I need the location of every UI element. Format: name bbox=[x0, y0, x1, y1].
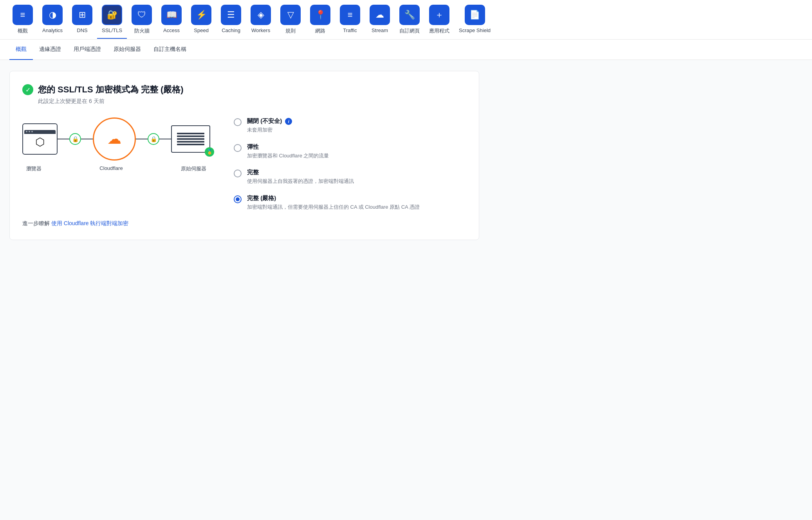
server-line-5 bbox=[177, 144, 204, 145]
radio-flexible[interactable] bbox=[234, 144, 242, 152]
options-list: 關閉 (不安全)i未套用加密彈性加密瀏覽器和 Cloudflare 之間的流量完… bbox=[234, 117, 466, 211]
option-title-text-off: 關閉 (不安全) bbox=[247, 117, 282, 125]
nav-label-overview: 概觀 bbox=[18, 27, 28, 34]
option-title-text-full-strict: 完整 (嚴格) bbox=[247, 195, 276, 202]
nav-item-custom-page[interactable]: 🔧自訂網頁 bbox=[395, 5, 424, 39]
sub-nav-item-origin-server[interactable]: 原始伺服器 bbox=[107, 40, 147, 60]
nav-item-workers[interactable]: ◈Workers bbox=[246, 5, 276, 38]
nav-label-analytics: Analytics bbox=[42, 27, 63, 33]
nav-item-caching[interactable]: ☰Caching bbox=[216, 5, 246, 38]
lock-icon-2: 🔒 bbox=[148, 133, 159, 145]
nav-label-workers: Workers bbox=[251, 27, 270, 33]
main-content: ✓ 您的 SSL/TLS 加密模式為 完整 (嚴格) 此設定上次變更是在 6 天… bbox=[0, 60, 812, 520]
option-title-full-strict: 完整 (嚴格) bbox=[247, 195, 466, 202]
browser-label: 瀏覽器 bbox=[26, 165, 42, 172]
option-flexible[interactable]: 彈性加密瀏覽器和 Cloudflare 之間的流量 bbox=[234, 143, 466, 160]
nav-item-analytics[interactable]: ◑Analytics bbox=[38, 5, 67, 38]
server-lines bbox=[177, 133, 204, 145]
nav-icon-firewall: 🛡 bbox=[132, 5, 152, 25]
option-title-text-flexible: 彈性 bbox=[247, 143, 259, 151]
nav-item-access[interactable]: 📖Access bbox=[157, 5, 186, 38]
sub-nav-item-overview[interactable]: 概觀 bbox=[9, 40, 33, 60]
nav-icon-scrape-shield: 📄 bbox=[465, 5, 485, 25]
nav-label-network: 網路 bbox=[315, 27, 325, 34]
card-header: ✓ 您的 SSL/TLS 加密模式為 完整 (嚴格) bbox=[22, 84, 466, 96]
nav-icon-rules: ▽ bbox=[280, 5, 301, 25]
nav-item-network[interactable]: 📍網路 bbox=[305, 5, 335, 39]
option-text-full-strict: 完整 (嚴格)加密端對端通訊，但需要使用伺服器上信任的 CA 或 Cloudfl… bbox=[247, 195, 466, 211]
nav-item-rules[interactable]: ▽規則 bbox=[276, 5, 305, 39]
card-title: 您的 SSL/TLS 加密模式為 完整 (嚴格) bbox=[38, 84, 184, 96]
nav-icon-analytics: ◑ bbox=[42, 5, 63, 25]
sub-nav-item-client-certs[interactable]: 用戶端憑證 bbox=[67, 40, 107, 60]
line1 bbox=[58, 139, 69, 139]
top-navigation: ≡概觀◑Analytics⊞DNS🔐SSL/TLS🛡防火牆📖Access⚡Spe… bbox=[0, 0, 812, 40]
nav-label-traffic: Traffic bbox=[343, 27, 357, 33]
option-desc-full: 使用伺服器上自我簽署的憑證，加密端對端通訊 bbox=[247, 177, 466, 185]
nav-icon-overview: ≡ bbox=[13, 5, 33, 25]
browser-icon: ⬡ bbox=[35, 135, 45, 148]
success-icon: ✓ bbox=[22, 84, 33, 95]
content-row: ⬡ 🔒 ☁ 🔒 bbox=[22, 117, 466, 211]
nav-label-stream: Stream bbox=[372, 27, 388, 33]
nav-label-apps: 應用程式 bbox=[429, 27, 449, 34]
option-desc-full-strict: 加密端對端通訊，但需要使用伺服器上信任的 CA 或 Cloudflare 原點 … bbox=[247, 203, 466, 211]
nav-icon-ssl-tls: 🔐 bbox=[102, 5, 122, 25]
footer-link[interactable]: 使用 Cloudflare 執行端對端加密 bbox=[51, 220, 129, 226]
nav-label-caching: Caching bbox=[222, 27, 240, 33]
server-line-2 bbox=[177, 135, 204, 137]
sub-nav-item-edge-certs[interactable]: 邊緣憑證 bbox=[33, 40, 67, 60]
nav-item-dns[interactable]: ⊞DNS bbox=[67, 5, 97, 38]
nav-label-firewall: 防火牆 bbox=[134, 27, 150, 34]
server-line-3 bbox=[177, 138, 204, 140]
option-off[interactable]: 關閉 (不安全)i未套用加密 bbox=[234, 117, 466, 134]
nav-item-stream[interactable]: ☁Stream bbox=[365, 5, 395, 38]
line4 bbox=[159, 139, 171, 139]
server-box: 🏅 bbox=[171, 125, 210, 153]
radio-full-strict[interactable] bbox=[234, 195, 242, 203]
option-text-full: 完整使用伺服器上自我簽署的憑證，加密端對端通訊 bbox=[247, 169, 466, 185]
browser-box: ⬡ bbox=[22, 123, 58, 155]
cloudflare-circle: ☁ bbox=[93, 117, 136, 161]
browser-bar bbox=[24, 130, 56, 134]
nav-label-dns: DNS bbox=[77, 27, 87, 33]
nav-icon-caching: ☰ bbox=[221, 5, 241, 25]
nav-item-firewall[interactable]: 🛡防火牆 bbox=[127, 5, 157, 39]
nav-label-scrape-shield: Scrape Shield bbox=[459, 27, 491, 33]
nav-item-scrape-shield[interactable]: 📄Scrape Shield bbox=[454, 5, 495, 38]
sub-nav-item-custom-hostname[interactable]: 自訂主機名稱 bbox=[147, 40, 193, 60]
line3 bbox=[136, 139, 148, 139]
option-title-text-full: 完整 bbox=[247, 169, 259, 176]
info-icon-off[interactable]: i bbox=[285, 118, 292, 125]
option-full[interactable]: 完整使用伺服器上自我簽署的憑證，加密端對端通訊 bbox=[234, 169, 466, 185]
cloudflare-label: Cloudflare bbox=[99, 165, 123, 172]
option-title-full: 完整 bbox=[247, 169, 466, 176]
server-line-4 bbox=[177, 141, 204, 143]
nav-item-apps[interactable]: ＋應用程式 bbox=[424, 5, 454, 39]
nav-item-traffic[interactable]: ≡Traffic bbox=[335, 5, 365, 38]
lock-icon-1: 🔒 bbox=[69, 133, 81, 145]
nav-label-rules: 規則 bbox=[285, 27, 296, 34]
footer-link-area: 進一步瞭解 使用 Cloudflare 執行端對端加密 bbox=[22, 220, 466, 227]
ssl-tls-card: ✓ 您的 SSL/TLS 加密模式為 完整 (嚴格) 此設定上次變更是在 6 天… bbox=[9, 71, 479, 240]
nav-icon-workers: ◈ bbox=[251, 5, 271, 25]
option-text-flexible: 彈性加密瀏覽器和 Cloudflare 之間的流量 bbox=[247, 143, 466, 160]
radio-full[interactable] bbox=[234, 170, 242, 177]
sub-navigation: 概觀邊緣憑證用戶端憑證原始伺服器自訂主機名稱 bbox=[0, 40, 812, 60]
nav-item-overview[interactable]: ≡概觀 bbox=[8, 5, 38, 39]
nav-label-custom-page: 自訂網頁 bbox=[399, 27, 420, 34]
nav-icon-traffic: ≡ bbox=[340, 5, 360, 25]
diagram-labels: 瀏覽器 Cloudflare 原始伺服器 bbox=[22, 161, 210, 172]
option-title-flexible: 彈性 bbox=[247, 143, 466, 151]
dot2 bbox=[29, 131, 30, 132]
card-subtitle: 此設定上次變更是在 6 天前 bbox=[38, 98, 466, 105]
radio-off[interactable] bbox=[234, 118, 242, 126]
server-badge: 🏅 bbox=[205, 147, 214, 157]
nav-icon-access: 📖 bbox=[161, 5, 182, 25]
nav-icon-speed: ⚡ bbox=[191, 5, 211, 25]
nav-item-speed[interactable]: ⚡Speed bbox=[186, 5, 216, 38]
option-full-strict[interactable]: 完整 (嚴格)加密端對端通訊，但需要使用伺服器上信任的 CA 或 Cloudfl… bbox=[234, 195, 466, 211]
nav-item-ssl-tls[interactable]: 🔐SSL/TLS bbox=[97, 5, 127, 39]
diagram: ⬡ 🔒 ☁ 🔒 bbox=[22, 117, 210, 172]
nav-icon-dns: ⊞ bbox=[72, 5, 92, 25]
